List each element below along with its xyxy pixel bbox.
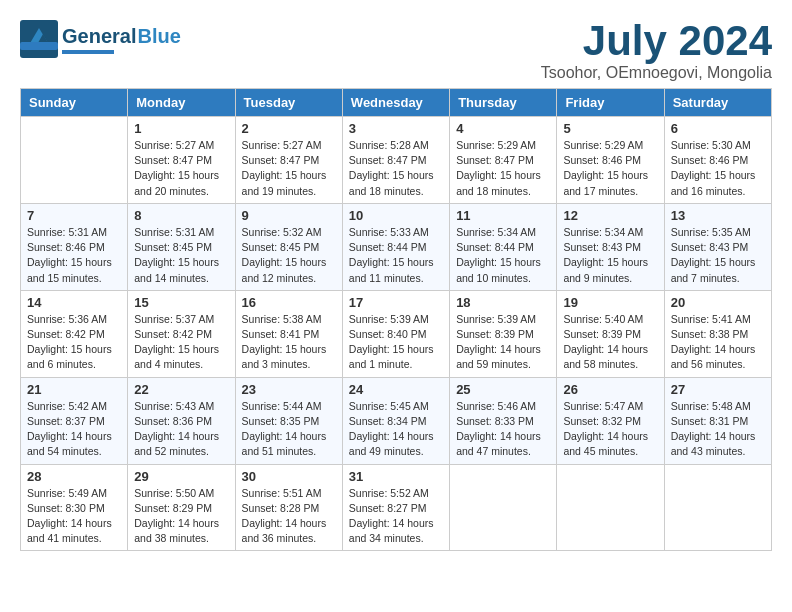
calendar-cell: 17Sunrise: 5:39 AM Sunset: 8:40 PM Dayli… bbox=[342, 290, 449, 377]
calendar-cell: 6Sunrise: 5:30 AM Sunset: 8:46 PM Daylig… bbox=[664, 117, 771, 204]
day-number: 8 bbox=[134, 208, 228, 223]
day-info: Sunrise: 5:31 AM Sunset: 8:45 PM Dayligh… bbox=[134, 225, 228, 286]
logo-text-blue: Blue bbox=[137, 25, 180, 48]
calendar-cell: 15Sunrise: 5:37 AM Sunset: 8:42 PM Dayli… bbox=[128, 290, 235, 377]
day-number: 13 bbox=[671, 208, 765, 223]
day-number: 31 bbox=[349, 469, 443, 484]
day-number: 9 bbox=[242, 208, 336, 223]
calendar-cell: 12Sunrise: 5:34 AM Sunset: 8:43 PM Dayli… bbox=[557, 203, 664, 290]
calendar-cell: 13Sunrise: 5:35 AM Sunset: 8:43 PM Dayli… bbox=[664, 203, 771, 290]
calendar-cell: 18Sunrise: 5:39 AM Sunset: 8:39 PM Dayli… bbox=[450, 290, 557, 377]
calendar-cell: 1Sunrise: 5:27 AM Sunset: 8:47 PM Daylig… bbox=[128, 117, 235, 204]
day-info: Sunrise: 5:31 AM Sunset: 8:46 PM Dayligh… bbox=[27, 225, 121, 286]
day-info: Sunrise: 5:41 AM Sunset: 8:38 PM Dayligh… bbox=[671, 312, 765, 373]
day-info: Sunrise: 5:45 AM Sunset: 8:34 PM Dayligh… bbox=[349, 399, 443, 460]
calendar-cell: 30Sunrise: 5:51 AM Sunset: 8:28 PM Dayli… bbox=[235, 464, 342, 551]
day-info: Sunrise: 5:50 AM Sunset: 8:29 PM Dayligh… bbox=[134, 486, 228, 547]
day-number: 28 bbox=[27, 469, 121, 484]
day-number: 6 bbox=[671, 121, 765, 136]
calendar-cell: 10Sunrise: 5:33 AM Sunset: 8:44 PM Dayli… bbox=[342, 203, 449, 290]
day-number: 29 bbox=[134, 469, 228, 484]
day-info: Sunrise: 5:34 AM Sunset: 8:43 PM Dayligh… bbox=[563, 225, 657, 286]
calendar-cell bbox=[450, 464, 557, 551]
calendar-cell bbox=[21, 117, 128, 204]
day-info: Sunrise: 5:29 AM Sunset: 8:47 PM Dayligh… bbox=[456, 138, 550, 199]
day-number: 26 bbox=[563, 382, 657, 397]
day-info: Sunrise: 5:43 AM Sunset: 8:36 PM Dayligh… bbox=[134, 399, 228, 460]
day-number: 18 bbox=[456, 295, 550, 310]
day-number: 25 bbox=[456, 382, 550, 397]
calendar-cell: 26Sunrise: 5:47 AM Sunset: 8:32 PM Dayli… bbox=[557, 377, 664, 464]
logo: General Blue bbox=[20, 20, 181, 58]
day-info: Sunrise: 5:35 AM Sunset: 8:43 PM Dayligh… bbox=[671, 225, 765, 286]
weekday-header: Wednesday bbox=[342, 89, 449, 117]
calendar-week-row: 7Sunrise: 5:31 AM Sunset: 8:46 PM Daylig… bbox=[21, 203, 772, 290]
weekday-header: Friday bbox=[557, 89, 664, 117]
day-info: Sunrise: 5:39 AM Sunset: 8:40 PM Dayligh… bbox=[349, 312, 443, 373]
day-info: Sunrise: 5:42 AM Sunset: 8:37 PM Dayligh… bbox=[27, 399, 121, 460]
calendar-cell: 20Sunrise: 5:41 AM Sunset: 8:38 PM Dayli… bbox=[664, 290, 771, 377]
calendar-cell bbox=[557, 464, 664, 551]
day-info: Sunrise: 5:27 AM Sunset: 8:47 PM Dayligh… bbox=[134, 138, 228, 199]
calendar-cell: 19Sunrise: 5:40 AM Sunset: 8:39 PM Dayli… bbox=[557, 290, 664, 377]
weekday-header: Monday bbox=[128, 89, 235, 117]
day-info: Sunrise: 5:29 AM Sunset: 8:46 PM Dayligh… bbox=[563, 138, 657, 199]
calendar-cell: 28Sunrise: 5:49 AM Sunset: 8:30 PM Dayli… bbox=[21, 464, 128, 551]
day-number: 21 bbox=[27, 382, 121, 397]
calendar-cell: 23Sunrise: 5:44 AM Sunset: 8:35 PM Dayli… bbox=[235, 377, 342, 464]
calendar-week-row: 14Sunrise: 5:36 AM Sunset: 8:42 PM Dayli… bbox=[21, 290, 772, 377]
day-info: Sunrise: 5:33 AM Sunset: 8:44 PM Dayligh… bbox=[349, 225, 443, 286]
day-number: 1 bbox=[134, 121, 228, 136]
day-number: 22 bbox=[134, 382, 228, 397]
day-number: 15 bbox=[134, 295, 228, 310]
day-number: 27 bbox=[671, 382, 765, 397]
day-number: 14 bbox=[27, 295, 121, 310]
calendar-week-row: 21Sunrise: 5:42 AM Sunset: 8:37 PM Dayli… bbox=[21, 377, 772, 464]
day-number: 16 bbox=[242, 295, 336, 310]
logo-text-general: General bbox=[62, 25, 136, 48]
day-number: 30 bbox=[242, 469, 336, 484]
day-info: Sunrise: 5:34 AM Sunset: 8:44 PM Dayligh… bbox=[456, 225, 550, 286]
day-info: Sunrise: 5:51 AM Sunset: 8:28 PM Dayligh… bbox=[242, 486, 336, 547]
day-info: Sunrise: 5:39 AM Sunset: 8:39 PM Dayligh… bbox=[456, 312, 550, 373]
day-info: Sunrise: 5:48 AM Sunset: 8:31 PM Dayligh… bbox=[671, 399, 765, 460]
day-number: 24 bbox=[349, 382, 443, 397]
day-info: Sunrise: 5:30 AM Sunset: 8:46 PM Dayligh… bbox=[671, 138, 765, 199]
weekday-header: Thursday bbox=[450, 89, 557, 117]
calendar-cell: 16Sunrise: 5:38 AM Sunset: 8:41 PM Dayli… bbox=[235, 290, 342, 377]
calendar-cell: 27Sunrise: 5:48 AM Sunset: 8:31 PM Dayli… bbox=[664, 377, 771, 464]
day-info: Sunrise: 5:47 AM Sunset: 8:32 PM Dayligh… bbox=[563, 399, 657, 460]
day-number: 20 bbox=[671, 295, 765, 310]
calendar-cell: 22Sunrise: 5:43 AM Sunset: 8:36 PM Dayli… bbox=[128, 377, 235, 464]
weekday-header: Saturday bbox=[664, 89, 771, 117]
calendar-table: SundayMondayTuesdayWednesdayThursdayFrid… bbox=[20, 88, 772, 551]
day-info: Sunrise: 5:46 AM Sunset: 8:33 PM Dayligh… bbox=[456, 399, 550, 460]
calendar-cell: 25Sunrise: 5:46 AM Sunset: 8:33 PM Dayli… bbox=[450, 377, 557, 464]
calendar-header-row: SundayMondayTuesdayWednesdayThursdayFrid… bbox=[21, 89, 772, 117]
calendar-cell: 24Sunrise: 5:45 AM Sunset: 8:34 PM Dayli… bbox=[342, 377, 449, 464]
location-subtitle: Tsoohor, OEmnoegovi, Mongolia bbox=[541, 64, 772, 82]
calendar-cell: 29Sunrise: 5:50 AM Sunset: 8:29 PM Dayli… bbox=[128, 464, 235, 551]
day-number: 17 bbox=[349, 295, 443, 310]
calendar-cell: 21Sunrise: 5:42 AM Sunset: 8:37 PM Dayli… bbox=[21, 377, 128, 464]
month-title: July 2024 bbox=[541, 20, 772, 62]
logo-icon bbox=[20, 20, 58, 58]
calendar-cell bbox=[664, 464, 771, 551]
day-info: Sunrise: 5:32 AM Sunset: 8:45 PM Dayligh… bbox=[242, 225, 336, 286]
calendar-cell: 5Sunrise: 5:29 AM Sunset: 8:46 PM Daylig… bbox=[557, 117, 664, 204]
calendar-cell: 4Sunrise: 5:29 AM Sunset: 8:47 PM Daylig… bbox=[450, 117, 557, 204]
calendar-cell: 31Sunrise: 5:52 AM Sunset: 8:27 PM Dayli… bbox=[342, 464, 449, 551]
day-info: Sunrise: 5:28 AM Sunset: 8:47 PM Dayligh… bbox=[349, 138, 443, 199]
svg-rect-3 bbox=[20, 42, 58, 50]
calendar-cell: 11Sunrise: 5:34 AM Sunset: 8:44 PM Dayli… bbox=[450, 203, 557, 290]
day-info: Sunrise: 5:44 AM Sunset: 8:35 PM Dayligh… bbox=[242, 399, 336, 460]
calendar-week-row: 1Sunrise: 5:27 AM Sunset: 8:47 PM Daylig… bbox=[21, 117, 772, 204]
day-number: 4 bbox=[456, 121, 550, 136]
calendar-cell: 2Sunrise: 5:27 AM Sunset: 8:47 PM Daylig… bbox=[235, 117, 342, 204]
logo-underbar bbox=[62, 50, 114, 54]
calendar-cell: 14Sunrise: 5:36 AM Sunset: 8:42 PM Dayli… bbox=[21, 290, 128, 377]
day-number: 10 bbox=[349, 208, 443, 223]
day-number: 23 bbox=[242, 382, 336, 397]
day-info: Sunrise: 5:40 AM Sunset: 8:39 PM Dayligh… bbox=[563, 312, 657, 373]
day-info: Sunrise: 5:37 AM Sunset: 8:42 PM Dayligh… bbox=[134, 312, 228, 373]
